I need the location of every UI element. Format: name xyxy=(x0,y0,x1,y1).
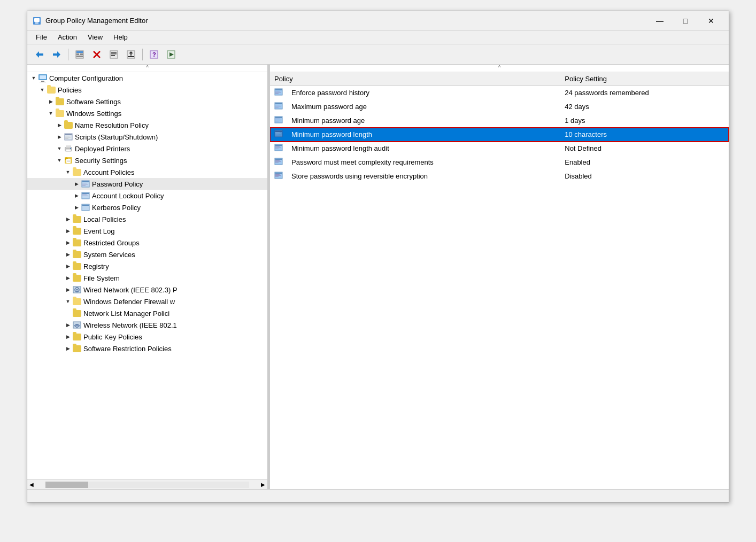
tree-node-file-system[interactable]: ▶ File System xyxy=(27,272,267,284)
policy-setting-cell: 24 passwords remembered xyxy=(560,86,729,100)
policy-icon-cell xyxy=(270,86,287,100)
svg-rect-80 xyxy=(275,145,282,146)
run-button[interactable] xyxy=(163,47,179,62)
scroll-up-indicator: ^ xyxy=(146,65,149,72)
tree-node-public-key[interactable]: ▶ Public Key Policies xyxy=(27,331,267,343)
svg-rect-33 xyxy=(65,138,68,138)
policy-row[interactable]: Maximum password age42 days xyxy=(270,100,729,114)
policy-setting-cell: 1 days xyxy=(560,114,729,128)
tree-view-button[interactable] xyxy=(72,47,88,62)
policy-row[interactable]: Store passwords using reversible encrypt… xyxy=(270,169,729,183)
delete-button[interactable] xyxy=(89,47,105,62)
expand-software-settings[interactable]: ▶ xyxy=(47,97,55,106)
expand-scripts[interactable]: ▶ xyxy=(55,133,64,141)
scroll-track[interactable] xyxy=(45,482,249,488)
printer-icon xyxy=(64,144,73,153)
svg-rect-20 xyxy=(128,56,134,57)
expand-name-resolution[interactable]: ▶ xyxy=(55,121,64,129)
expand-security-settings[interactable]: ▼ xyxy=(55,156,64,165)
expand-account-lockout[interactable]: ▶ xyxy=(72,191,81,200)
expand-windows-firewall[interactable]: ▼ xyxy=(64,297,72,306)
tree-node-network-list[interactable]: Network List Manager Polici xyxy=(27,307,267,319)
expand-wired-network[interactable]: ▶ xyxy=(64,285,72,294)
svg-rect-87 xyxy=(275,161,281,162)
expand-restricted-groups[interactable]: ▶ xyxy=(64,238,72,247)
minimize-button[interactable]: — xyxy=(647,13,672,29)
expand-deployed-printers[interactable]: ▼ xyxy=(55,144,64,153)
wired-network-label: Wired Network (IEEE 802.3) P xyxy=(83,286,178,294)
tree-node-policies[interactable]: ▼ Policies xyxy=(27,84,267,96)
tree-node-computer-config[interactable]: ▼ Computer Configuration xyxy=(27,72,267,84)
svg-rect-27 xyxy=(41,81,44,82)
svg-rect-85 xyxy=(275,159,282,160)
network-list-label: Network List Manager Polici xyxy=(83,309,169,318)
expand-windows-settings[interactable]: ▼ xyxy=(47,109,55,118)
tree-node-system-services[interactable]: ▶ System Services xyxy=(27,249,267,260)
svg-rect-26 xyxy=(40,75,46,79)
policy-setting-cell: 42 days xyxy=(560,100,729,114)
restore-button[interactable]: □ xyxy=(673,13,698,29)
scroll-thumb[interactable] xyxy=(45,482,88,488)
tree-node-account-policies[interactable]: ▼ Account Policies xyxy=(27,166,267,178)
policy-row[interactable]: Enforce password history24 passwords rem… xyxy=(270,86,729,100)
expand-file-system[interactable]: ▶ xyxy=(64,274,72,282)
expand-policies[interactable]: ▼ xyxy=(38,86,47,94)
svg-rect-50 xyxy=(82,195,87,195)
policy-icon-cell xyxy=(270,169,287,183)
expand-software-restriction[interactable]: ▶ xyxy=(64,344,72,353)
tree-node-registry[interactable]: ▶ Registry xyxy=(27,260,267,272)
svg-rect-91 xyxy=(275,174,280,175)
expand-system-services[interactable]: ▶ xyxy=(64,250,72,259)
scripts-icon xyxy=(64,133,73,141)
tree-node-wired-network[interactable]: ▶ Wired Network (IEEE 802.3) P xyxy=(27,284,267,296)
expand-kerberos[interactable]: ▶ xyxy=(72,203,81,212)
menu-bar: File Action View Help xyxy=(27,30,729,44)
expand-local-policies[interactable]: ▶ xyxy=(64,215,72,223)
policy-row[interactable]: Minimum password length auditNot Defined xyxy=(270,142,729,156)
help-button[interactable]: ? xyxy=(146,47,162,62)
policy-row[interactable]: Password must meet complexity requiremen… xyxy=(270,156,729,169)
tree-node-software-restriction[interactable]: ▶ Software Restriction Policies xyxy=(27,343,267,354)
close-button[interactable]: ✕ xyxy=(699,13,723,29)
menu-action[interactable]: Action xyxy=(52,32,82,42)
tree-node-event-log[interactable]: ▶ Event Log xyxy=(27,225,267,237)
tree-panel[interactable]: ^ ▼ Computer Configuration xyxy=(27,65,268,479)
tree-node-restricted-groups[interactable]: ▶ Restricted Groups xyxy=(27,237,267,249)
tree-node-wireless-network[interactable]: ▶ Wireless Network (IEEE 802.1 xyxy=(27,319,267,331)
menu-file[interactable]: File xyxy=(30,32,52,42)
scripts-label: Scripts (Startup/Shutdown) xyxy=(75,133,158,141)
policy-row[interactable]: Minimum password age1 days xyxy=(270,114,729,128)
expand-account-policies[interactable]: ▼ xyxy=(64,168,72,176)
export-button[interactable] xyxy=(123,47,139,62)
computer-config-label: Computer Configuration xyxy=(49,74,123,82)
forward-button[interactable] xyxy=(49,47,65,62)
tree-node-local-policies[interactable]: ▶ Local Policies xyxy=(27,213,267,225)
tree-node-windows-settings[interactable]: ▼ Windows Settings xyxy=(27,107,267,119)
tree-node-password-policy[interactable]: ▶ Password Policy xyxy=(27,178,267,190)
tree-node-software-settings[interactable]: ▶ Software Settings xyxy=(27,96,267,107)
expand-wireless-network[interactable]: ▶ xyxy=(64,321,72,329)
tree-node-account-lockout[interactable]: ▶ Account Lockout Policy xyxy=(27,190,267,202)
svg-rect-44 xyxy=(82,181,89,182)
tree-node-security-settings[interactable]: ▼ Security Settings xyxy=(27,154,267,166)
tree-node-scripts[interactable]: ▶ Scripts (Startup/Shutdown) xyxy=(27,131,267,143)
tree-node-kerberos[interactable]: ▶ Kerberos Policy xyxy=(27,202,267,213)
properties-button[interactable] xyxy=(106,47,122,62)
expand-public-key[interactable]: ▶ xyxy=(64,332,72,341)
expand-event-log[interactable]: ▶ xyxy=(64,227,72,235)
menu-help[interactable]: Help xyxy=(108,32,133,42)
svg-rect-77 xyxy=(275,134,281,134)
tree-node-windows-firewall[interactable]: ▼ Windows Defender Firewall w xyxy=(27,296,267,307)
tree-node-name-resolution[interactable]: ▶ Name Resolution Policy xyxy=(27,119,267,131)
expand-password-policy[interactable]: ▶ xyxy=(72,180,81,188)
expand-computer-config[interactable]: ▼ xyxy=(29,74,38,82)
svg-rect-9 xyxy=(76,53,79,55)
tree-node-deployed-printers[interactable]: ▼ Deployed Printers xyxy=(27,143,267,154)
menu-view[interactable]: View xyxy=(82,32,108,42)
expand-registry[interactable]: ▶ xyxy=(64,262,72,270)
policy-row[interactable]: Minimum password length10 characters xyxy=(270,128,729,142)
app-icon xyxy=(33,17,41,25)
back-button[interactable] xyxy=(32,47,48,62)
tree-horizontal-scrollbar[interactable]: ◀ ▶ xyxy=(27,479,267,489)
event-log-label: Event Log xyxy=(83,227,115,235)
